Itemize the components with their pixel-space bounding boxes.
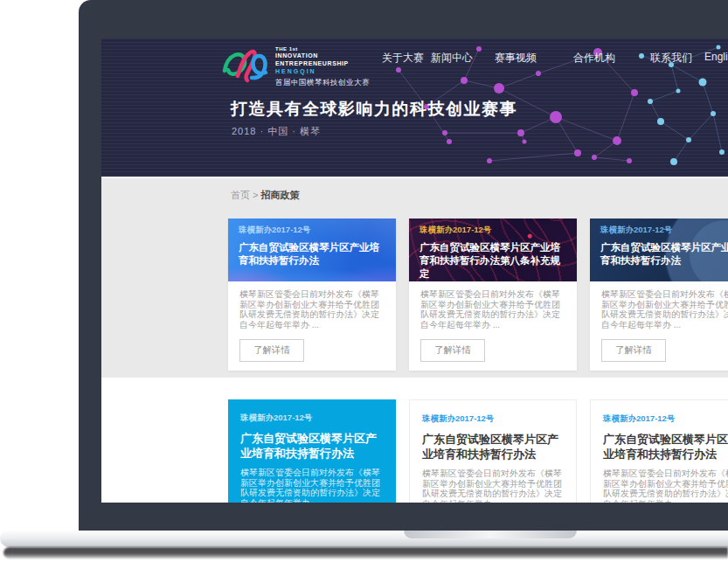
nav-item-videos[interactable]: 赛事视频 (495, 51, 537, 66)
card-banner-globe: 珠横新办2017-12号 广东自贸试验区横琴片区产业培育和扶持暂行办法 (590, 219, 728, 281)
card-title: 广东自贸试验区横琴片区产业培育和扶持暂行办法第八条补充规定 (419, 241, 566, 281)
policy-card[interactable]: 珠横新办2017-12号 广东自贸试验区横琴片区产业培育和扶持暂行办法 横琴新区… (409, 399, 577, 503)
logo-ribbon-icon (220, 43, 269, 85)
site-logo[interactable]: THE 1st INNOVATION ENTREPRENEURSHIP HENG… (220, 43, 370, 88)
logo-line-2: INNOVATION (275, 52, 370, 59)
nav-item-language[interactable]: English (704, 51, 728, 63)
logo-line-3: ENTREPRENEURSHIP (275, 59, 370, 67)
logo-text: THE 1st INNOVATION ENTREPRENEURSHIP HENG… (275, 43, 370, 88)
nav-item-news[interactable]: 新闻中心 (431, 51, 473, 66)
laptop-shadow (3, 547, 728, 559)
logo-tagline: 首届中国横琴科技创业大赛 (275, 78, 370, 88)
detail-button[interactable]: 了解详情 (601, 339, 666, 362)
card-excerpt: 横琴新区管委会日前对外发布《横琴新区举办创新创业大赛并给予优胜团队研发费无偿资助… (420, 289, 565, 330)
card-body: 横琴新区管委会日前对外发布《横琴新区举办创新创业大赛并给予优胜团队研发费无偿资助… (590, 281, 728, 371)
card-excerpt: 横琴新区管委会日前对外发布《横琴新区举办创新创业大赛并给予优胜团队研发费无偿资助… (603, 468, 728, 503)
breadcrumb-separator: > (253, 190, 258, 200)
detail-button[interactable]: 了解详情 (420, 339, 485, 362)
site-header: THE 1st INNOVATION ENTREPRENEURSHIP HENG… (101, 38, 728, 177)
card-excerpt: 横琴新区管委会日前对外发布《横琴新区举办创新创业大赛并给予优胜团队研发费无偿资助… (240, 468, 384, 503)
card-title: 广东自贸试验区横琴片区产业培育和扶持暂行办法 (240, 431, 384, 461)
breadcrumb: 首页 > 招商政策 (231, 189, 300, 202)
breadcrumb-home[interactable]: 首页 (231, 190, 250, 200)
card-banner-blue-wave: 珠横新办2017-12号 广东自贸试验区横琴片区产业培育和扶持暂行办法 (228, 219, 396, 281)
card-body: 横琴新区管委会日前对外发布《横琴新区举办创新创业大赛并给予优胜团队研发费无偿资助… (228, 281, 396, 371)
nav-item-partners[interactable]: 合作机构 (573, 51, 615, 66)
card-title: 广东自贸试验区横琴片区产业培育和扶持暂行办法 (422, 432, 564, 461)
main-content: 首页 > 招商政策 珠横新办2017-12号 广东自贸试验区横琴片区产业培育和扶… (101, 177, 728, 503)
laptop-base (0, 531, 728, 547)
hero-subtitle: 2018 · 中国 · 横琴 (232, 125, 321, 138)
breadcrumb-current: 招商政策 (261, 190, 300, 200)
doc-number-badge: 珠横新办2017-12号 (239, 225, 385, 236)
doc-number-badge: 珠横新办2017-12号 (419, 225, 566, 236)
doc-number-badge: 珠横新办2017-12号 (240, 413, 384, 424)
policy-card[interactable]: 珠横新办2017-12号 广东自贸试验区横琴片区产业培育和扶持暂行办法 横琴新区… (590, 399, 728, 503)
laptop-base-notch (404, 531, 577, 538)
logo-line-4: HENGQIN (275, 67, 370, 75)
doc-number-badge: 珠横新办2017-12号 (603, 413, 728, 425)
card-banner-red-tech: 珠横新办2017-12号 广东自贸试验区横琴片区产业培育和扶持暂行办法第八条补充… (409, 219, 577, 281)
screen-viewport: THE 1st INNOVATION ENTREPRENEURSHIP HENG… (101, 38, 728, 503)
card-body: 横琴新区管委会日前对外发布《横琴新区举办创新创业大赛并给予优胜团队研发费无偿资助… (409, 281, 577, 371)
policy-card-row-2: 珠横新办2017-12号 广东自贸试验区横琴片区产业培育和扶持暂行办法 横琴新区… (228, 399, 728, 503)
card-excerpt: 横琴新区管委会日前对外发布《横琴新区举办创新创业大赛并给予优胜团队研发费无偿资助… (601, 289, 728, 330)
card-title: 广东自贸试验区横琴片区产业培育和扶持暂行办法 (603, 432, 728, 461)
doc-number-badge: 珠横新办2017-12号 (422, 413, 564, 425)
policy-card[interactable]: 珠横新办2017-12号 广东自贸试验区横琴片区产业培育和扶持暂行办法 横琴新区… (590, 219, 728, 371)
policy-card-highlighted[interactable]: 珠横新办2017-12号 广东自贸试验区横琴片区产业培育和扶持暂行办法 横琴新区… (228, 399, 396, 503)
card-title: 广东自贸试验区横琴片区产业培育和扶持暂行办法 (600, 241, 728, 267)
hero-title: 打造具有全球影响力的科技创业赛事 (231, 98, 517, 121)
card-excerpt: 横琴新区管委会日前对外发布《横琴新区举办创新创业大赛并给予优胜团队研发费无偿资助… (239, 289, 385, 330)
nav-item-contact[interactable]: 联系我们 (650, 51, 692, 66)
card-title: 广东自贸试验区横琴片区产业培育和扶持暂行办法 (239, 241, 385, 267)
doc-number-badge: 珠横新办2017-12号 (600, 225, 728, 236)
policy-card[interactable]: 珠横新办2017-12号 广东自贸试验区横琴片区产业培育和扶持暂行办法 横琴新区… (228, 219, 396, 371)
nav-item-about[interactable]: 关于大赛 (382, 51, 424, 66)
detail-button[interactable]: 了解详情 (239, 339, 304, 362)
policy-card-row-1: 珠横新办2017-12号 广东自贸试验区横琴片区产业培育和扶持暂行办法 横琴新区… (228, 219, 728, 371)
policy-card[interactable]: 珠横新办2017-12号 广东自贸试验区横琴片区产业培育和扶持暂行办法第八条补充… (409, 219, 577, 371)
card-excerpt: 横琴新区管委会日前对外发布《横琴新区举办创新创业大赛并给予优胜团队研发费无偿资助… (422, 468, 564, 503)
